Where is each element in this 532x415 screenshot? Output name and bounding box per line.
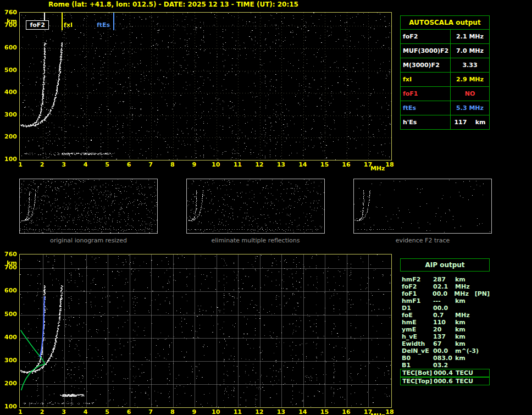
aip-param: D1 (400, 305, 433, 312)
aip-value: 000.4 (434, 369, 456, 377)
bottom-ionogram-y-tick-500: 500 (1, 311, 17, 318)
aip-param: foE (400, 312, 433, 319)
aip-param: foF2 (400, 283, 433, 290)
page-title: Rome (lat: +41.8, lon: 012.5) - DATE: 20… (48, 1, 298, 8)
autoscala-row-fxI: fxI2.9 MHz (401, 73, 489, 87)
bottom-ionogram-canvas (20, 254, 391, 407)
bottom-ionogram-x-tick-14: 14 (295, 408, 311, 415)
top-ionogram-x-tick-1: 1 (12, 161, 29, 168)
aip-extra (476, 355, 490, 362)
top-ionogram-x-tick-14: 14 (295, 161, 311, 168)
thumbnail-caption-eliminate: eliminate multiple reflections (186, 237, 325, 244)
aip-value: 20 (433, 326, 455, 333)
top-ionogram-canvas (20, 13, 391, 160)
autoscala-param: foF1 (401, 87, 451, 101)
autoscala-table-rows: foF22.1 MHzMUF(3000)F27.0 MHzM(3000)F23.… (400, 30, 490, 130)
aip-extra (476, 347, 490, 355)
autoscala-row-foF2: foF22.1 MHz (401, 30, 489, 44)
top-ionogram-x-tick-12: 12 (251, 161, 268, 168)
aip-extra (476, 369, 489, 377)
thumbnail-evidence-f2 (353, 179, 492, 234)
aip-param: h_vE (400, 333, 433, 340)
aip-unit: km (455, 355, 476, 362)
aip-row-Ewidth: Ewidth67km (400, 340, 490, 347)
aip-table: AIP output hmF2287kmfoF202.1MHzfoF100.0M… (400, 258, 490, 385)
thumbnail-original-canvas (20, 179, 157, 233)
aip-unit: km (455, 333, 476, 340)
aip-value: 02.1 (433, 283, 455, 290)
top-ionogram-y-unit-label: km (1, 18, 17, 25)
bottom-ionogram-x-tick-12: 12 (251, 408, 268, 415)
aip-value: 000.6 (434, 378, 456, 385)
aip-param: TEC[Top] (401, 378, 434, 385)
bottom-ionogram-x-tick-2: 2 (34, 408, 51, 415)
aip-row-hvE: h_vE137km (400, 333, 490, 340)
aip-table-title: AIP output (400, 258, 490, 272)
bottom-ionogram-x-tick-9: 9 (186, 408, 202, 415)
autoscala-value: 2.1 MHz (451, 30, 489, 43)
top-ionogram-x-tick-13: 13 (273, 161, 289, 168)
top-ionogram-x-tick-16: 16 (338, 161, 354, 168)
top-ionogram-y-tick-760: 760 (1, 9, 17, 16)
top-ionogram-x-tick-7: 7 (142, 161, 159, 168)
aip-value: 00.0 (433, 305, 455, 312)
top-ionogram-x-tick-5: 5 (99, 161, 115, 168)
top-ionogram-y-tick-600: 600 (1, 44, 17, 51)
thumbnail-evidence-canvas (354, 179, 491, 233)
thumbnail-caption-evidence: evidence F2 trace (353, 237, 492, 244)
aip-row-hmE: hmE110km (400, 319, 490, 326)
bottom-ionogram-x-tick-5: 5 (99, 408, 115, 415)
aip-unit: MHz (455, 312, 476, 319)
bottom-ionogram-x-tick-4: 4 (77, 408, 94, 415)
aip-param: B1 (400, 362, 433, 369)
aip-unit: TECU (456, 369, 476, 377)
aip-unit: m^(-3) (455, 347, 476, 355)
aip-value: 67 (433, 340, 455, 347)
aip-unit: km (455, 276, 476, 283)
autoscala-param: ftEs (401, 101, 451, 115)
top-ionogram-x-tick-15: 15 (316, 161, 332, 168)
aip-param: hmF2 (400, 276, 433, 283)
thumbnail-eliminate-reflections (186, 179, 325, 234)
top-ionogram-y-tick-500: 500 (1, 67, 17, 74)
autoscala-param: fxI (401, 73, 451, 86)
ftEs-marker-label: ftEs (97, 21, 110, 29)
autoscala-param: h'Es (401, 115, 451, 129)
top-ionogram-x-tick-4: 4 (77, 161, 94, 168)
top-ionogram-x-tick-8: 8 (164, 161, 181, 168)
aip-param: ymE (400, 326, 433, 333)
autoscala-value: 117 km (451, 115, 489, 129)
aip-value: 00.0 (433, 347, 455, 355)
bottom-ionogram-plot (19, 254, 392, 408)
aip-row-hmF1: hmF1---km (400, 297, 490, 305)
bottom-ionogram-x-tick-6: 6 (121, 408, 137, 415)
aip-extra (476, 378, 489, 385)
aip-value: 137 (433, 333, 455, 340)
top-ionogram-x-tick-10: 10 (208, 161, 224, 168)
bottom-ionogram-y-unit-label: km (1, 259, 17, 267)
autoscala-value: 7.0 MHz (451, 44, 489, 58)
aip-param: hmF1 (400, 297, 433, 305)
aip-unit (455, 305, 476, 312)
bottom-ionogram-x-tick-16: 16 (338, 408, 354, 415)
aip-value: 083.0 (433, 355, 455, 362)
aip-unit: km (455, 326, 476, 333)
aip-value: 03.2 (433, 362, 455, 369)
aip-value: 0.7 (433, 312, 455, 319)
top-ionogram-y-tick-300: 300 (1, 111, 17, 118)
aip-row-D1: D100.0 (400, 305, 490, 312)
autoscala-row-MUF3000F2: MUF(3000)F27.0 MHz (401, 44, 489, 58)
bottom-ionogram-x-tick-1: 1 (12, 408, 29, 415)
autoscala-param: MUF(3000)F2 (401, 44, 451, 58)
aip-extra (476, 319, 490, 326)
bottom-ionogram-y-tick-400: 400 (1, 334, 17, 341)
autoscala-table: AUTOSCALA output foF22.1 MHzMUF(3000)F27… (400, 15, 490, 130)
top-ionogram-y-tick-400: 400 (1, 88, 17, 96)
autoscala-value: 2.9 MHz (451, 73, 489, 86)
top-ionogram-x-tick-9: 9 (186, 161, 202, 168)
bottom-ionogram-x-tick-10: 10 (208, 408, 224, 415)
bottom-ionogram-x-tick-15: 15 (316, 408, 332, 415)
aip-unit (455, 362, 476, 369)
aip-param: TEC[Bot] (401, 369, 434, 377)
aip-extra (476, 312, 490, 319)
